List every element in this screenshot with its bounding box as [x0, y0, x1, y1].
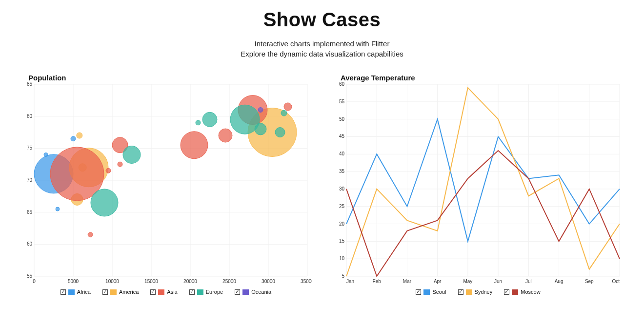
checkbox-icon[interactable] — [504, 289, 509, 295]
y-tick-label: 65 — [27, 210, 33, 215]
checkbox-icon[interactable] — [60, 289, 66, 295]
temperature-legend-item-moscow[interactable]: Moscow — [504, 289, 540, 295]
population-legend-item-africa[interactable]: Africa — [60, 289, 91, 295]
bubble-point[interactable] — [219, 129, 232, 142]
bubble-point[interactable] — [181, 132, 208, 159]
x-tick-label: 10000 — [105, 279, 119, 284]
chart-population-canvas[interactable]: 0500010000150002000025000300003500055606… — [20, 76, 312, 286]
chart-temperature-canvas[interactable]: JanFebMarAprMayJunJulAugSepOct5101520253… — [332, 76, 624, 286]
y-tick-label: 40 — [339, 151, 345, 156]
x-tick-label: 0 — [33, 279, 36, 284]
y-tick-label: 60 — [27, 241, 33, 247]
checkbox-icon[interactable] — [235, 289, 240, 295]
legend-swatch — [197, 289, 203, 295]
legend-label: Moscow — [521, 289, 540, 295]
temperature-legend-item-seoul[interactable]: Seoul — [416, 289, 446, 295]
population-legend-item-oceania[interactable]: Oceania — [235, 289, 271, 295]
y-tick-label: 55 — [27, 273, 33, 279]
y-tick-label: 70 — [27, 177, 33, 183]
y-tick-label: 15 — [339, 238, 345, 244]
x-tick-label: Jan — [346, 279, 354, 284]
chart-temperature-legend: SeoulSydneyMoscow — [332, 289, 624, 296]
x-tick-label: 25000 — [222, 279, 236, 284]
bubble-point[interactable] — [44, 152, 48, 156]
population-legend-item-europe[interactable]: Europe — [189, 289, 223, 295]
legend-label: Africa — [77, 289, 91, 295]
line-series-seoul[interactable] — [346, 119, 620, 242]
bubble-point[interactable] — [88, 232, 93, 237]
legend-swatch — [466, 289, 472, 295]
legend-swatch — [242, 289, 249, 295]
y-tick-label: 50 — [339, 116, 345, 122]
y-tick-label: 20 — [339, 221, 345, 227]
x-tick-label: Oct — [612, 279, 620, 284]
x-tick-label: May — [463, 279, 472, 284]
bubble-point[interactable] — [56, 207, 60, 211]
legend-swatch — [423, 289, 430, 295]
x-tick-label: 20000 — [183, 279, 197, 284]
y-tick-label: 80 — [27, 114, 33, 119]
y-tick-label: 25 — [339, 204, 345, 209]
chart-population-legend: AfricaAmericaAsiaEuropeOceania — [20, 289, 312, 296]
bubble-point[interactable] — [71, 136, 76, 141]
legend-label: Sydney — [475, 289, 493, 295]
checkbox-icon[interactable] — [416, 289, 421, 295]
y-tick-label: 55 — [339, 99, 345, 104]
checkbox-icon[interactable] — [150, 289, 156, 295]
y-tick-label: 35 — [339, 169, 345, 174]
legend-label: Asia — [167, 289, 177, 295]
x-tick-label: 30000 — [262, 279, 275, 284]
bubble-point[interactable] — [91, 189, 118, 216]
y-tick-label: 60 — [339, 81, 345, 87]
checkbox-icon[interactable] — [458, 289, 463, 295]
bubble-point[interactable] — [258, 108, 263, 113]
x-tick-label: Feb — [373, 279, 382, 284]
x-tick-label: Mar — [403, 279, 412, 284]
checkbox-icon[interactable] — [102, 289, 108, 295]
x-tick-label: Jun — [494, 279, 502, 284]
legend-swatch — [512, 289, 518, 295]
page-header: Show Cases Interactive charts implemente… — [0, 0, 644, 58]
bubble-point[interactable] — [77, 133, 82, 138]
bubble-point[interactable] — [284, 103, 292, 111]
bubble-point[interactable] — [123, 146, 141, 163]
x-tick-label: Jul — [525, 279, 532, 284]
x-tick-label: 15000 — [144, 279, 158, 284]
line-series-moscow[interactable] — [346, 151, 620, 276]
bubble-point[interactable] — [118, 162, 122, 167]
bubble-point[interactable] — [106, 168, 111, 173]
legend-swatch — [68, 289, 75, 295]
population-legend-item-asia[interactable]: Asia — [150, 289, 177, 295]
x-tick-label: Aug — [555, 279, 564, 284]
chart-population-title: Population — [28, 74, 66, 82]
bubble-point[interactable] — [202, 112, 217, 127]
chart-temperature-title: Average Temperature — [341, 74, 415, 82]
bubble-point[interactable] — [275, 128, 285, 137]
legend-label: Oceania — [251, 289, 271, 295]
bubble-point[interactable] — [281, 110, 287, 116]
x-tick-label: Sep — [585, 279, 594, 284]
y-tick-label: 75 — [27, 145, 33, 151]
x-tick-label: 35000 — [301, 279, 312, 284]
legend-swatch — [110, 289, 117, 295]
legend-label: Europe — [206, 289, 223, 295]
population-legend-item-america[interactable]: America — [102, 289, 139, 295]
chart-temperature: Average Temperature JanFebMarAprMayJunJu… — [332, 76, 624, 296]
bubble-point[interactable] — [255, 123, 266, 135]
page-subtitle-2: Explore the dynamic data visualization c… — [0, 50, 644, 58]
y-tick-label: 85 — [27, 81, 33, 87]
legend-label: Seoul — [432, 289, 446, 295]
page-title: Show Cases — [0, 9, 644, 31]
temperature-legend-item-sydney[interactable]: Sydney — [458, 289, 493, 295]
legend-swatch — [158, 289, 164, 295]
bubble-point[interactable] — [196, 120, 201, 125]
line-series-sydney[interactable] — [346, 88, 620, 276]
chart-population: Population 05000100001500020000250003000… — [20, 76, 312, 296]
checkbox-icon[interactable] — [189, 289, 195, 295]
x-tick-label: 5000 — [68, 279, 79, 284]
y-tick-label: 5 — [342, 273, 344, 279]
y-tick-label: 30 — [339, 186, 345, 191]
legend-label: America — [119, 289, 139, 295]
y-tick-label: 45 — [339, 133, 345, 139]
x-tick-label: Apr — [434, 279, 442, 284]
